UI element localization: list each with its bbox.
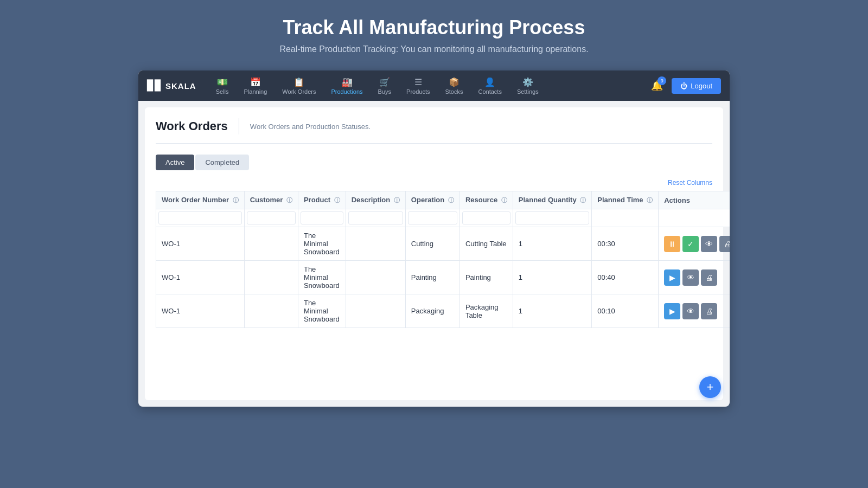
filter-customer[interactable]: [244, 209, 298, 227]
cell-actions-1: ⏸ ✓ 👁 🖨: [659, 227, 730, 261]
nav-label-settings: Settings: [517, 88, 539, 95]
add-fab-button[interactable]: +: [699, 376, 721, 398]
navbar-right: 🔔 9 ⏻ Logout: [649, 78, 721, 94]
nav-items: 💵 Sells 📅 Planning 📋 Work Orders 🏭 Produ…: [209, 74, 649, 98]
cell-customer-2: [244, 261, 298, 294]
table-row: WO-1 The Minimal Snowboard Packaging Pac…: [156, 294, 730, 328]
nav-label-contacts: Contacts: [478, 88, 501, 95]
view-button-2[interactable]: 👁: [682, 269, 699, 286]
work-orders-title: Work Orders: [156, 119, 228, 133]
cell-customer-1: [244, 227, 298, 261]
nav-item-work-orders[interactable]: 📋 Work Orders: [276, 74, 322, 98]
nav-label-work-orders: Work Orders: [282, 88, 316, 95]
nav-label-planning: Planning: [244, 88, 267, 95]
cell-product-1: The Minimal Snowboard: [298, 227, 346, 261]
col-header-planned-quantity: Planned Quantity ⓘ: [513, 191, 592, 209]
complete-button-1[interactable]: ✓: [682, 236, 699, 252]
filter-input-resource[interactable]: [462, 211, 510, 224]
col-header-description: Description ⓘ: [346, 191, 405, 209]
play-button-3[interactable]: ▶: [664, 303, 680, 319]
work-orders-table: Work Order Number ⓘ Customer ⓘ Product ⓘ: [156, 191, 730, 328]
pause-button-1[interactable]: ⏸: [664, 236, 680, 252]
nav-item-productions[interactable]: 🏭 Productions: [324, 74, 369, 98]
nav-label-buys: Buys: [378, 88, 391, 95]
cell-product-2: The Minimal Snowboard: [298, 261, 346, 294]
cell-description-1: [346, 227, 405, 261]
view-button-1[interactable]: 👁: [701, 236, 717, 252]
filter-input-description[interactable]: [348, 211, 403, 224]
settings-icon: ⚙️: [522, 77, 533, 87]
cell-resource-1: Cutting Table: [459, 227, 513, 261]
col-header-product: Product ⓘ: [298, 191, 346, 209]
filter-work-order-number[interactable]: [156, 209, 245, 227]
reset-columns[interactable]: Reset Columns: [156, 179, 712, 187]
info-icon-resource: ⓘ: [501, 197, 507, 203]
sells-icon: 💵: [217, 77, 228, 87]
cell-product-3: The Minimal Snowboard: [298, 294, 346, 328]
cell-operation-1: Cutting: [405, 227, 459, 261]
nav-item-contacts[interactable]: 👤 Contacts: [471, 74, 508, 98]
notification-button[interactable]: 🔔 9: [649, 78, 665, 94]
content-description: Work Orders and Production Statuses.: [250, 123, 371, 131]
filter-input-operation[interactable]: [408, 211, 457, 224]
nav-item-buys[interactable]: 🛒 Buys: [372, 74, 398, 98]
buys-icon: 🛒: [379, 77, 390, 87]
print-button-1[interactable]: 🖨: [719, 236, 730, 252]
cell-planned-time-2: 00:40: [592, 261, 659, 294]
productions-icon: 🏭: [342, 77, 353, 87]
info-icon-planned-time: ⓘ: [647, 197, 653, 203]
filter-actions: [659, 209, 730, 227]
contacts-icon: 👤: [484, 77, 495, 87]
col-label-operation: Operation: [411, 196, 444, 204]
tabs-container: Active Completed: [156, 155, 712, 170]
filter-product[interactable]: [298, 209, 346, 227]
nav-label-productions: Productions: [331, 88, 362, 95]
actions-group-1: ⏸ ✓ 👁 🖨: [664, 236, 730, 252]
play-button-2[interactable]: ▶: [664, 269, 680, 286]
filter-planned-quantity[interactable]: [513, 209, 592, 227]
table-row: WO-1 The Minimal Snowboard Cutting Cutti…: [156, 227, 730, 261]
filter-description[interactable]: [346, 209, 405, 227]
cell-planned-quantity-2: 1: [513, 261, 592, 294]
col-label-description: Description: [352, 196, 391, 204]
tab-active[interactable]: Active: [156, 155, 194, 170]
info-icon-description: ⓘ: [394, 197, 400, 203]
filter-input-planned-quantity[interactable]: [515, 211, 590, 224]
app-container: ▊▊ SKALA 💵 Sells 📅 Planning 📋 Work Order…: [138, 70, 730, 407]
nav-item-planning[interactable]: 📅 Planning: [238, 74, 274, 98]
cell-work-order-number-3: WO-1: [156, 294, 245, 328]
print-button-3[interactable]: 🖨: [701, 303, 717, 319]
nav-item-stocks[interactable]: 📦 Stocks: [438, 74, 469, 98]
brand: ▊▊ SKALA: [147, 80, 196, 92]
filter-input-work-order-number[interactable]: [158, 211, 242, 224]
col-label-customer: Customer: [250, 196, 283, 204]
filter-planned-time[interactable]: [592, 209, 659, 227]
filter-input-customer[interactable]: [247, 211, 296, 224]
filter-operation[interactable]: [405, 209, 459, 227]
planning-icon: 📅: [250, 77, 261, 87]
cell-description-2: [346, 261, 405, 294]
logout-button[interactable]: ⏻ Logout: [672, 78, 721, 94]
table-wrapper: Work Order Number ⓘ Customer ⓘ Product ⓘ: [156, 191, 712, 328]
col-label-resource: Resource: [465, 196, 497, 204]
col-label-planned-quantity: Planned Quantity: [519, 196, 577, 204]
col-header-resource: Resource ⓘ: [459, 191, 513, 209]
nav-label-stocks: Stocks: [445, 88, 463, 95]
page-title: Track All Manufacturing Process: [279, 16, 588, 39]
col-header-work-order-number: Work Order Number ⓘ: [156, 191, 245, 209]
print-button-2[interactable]: 🖨: [701, 269, 717, 286]
col-label-product: Product: [304, 196, 330, 204]
nav-item-sells[interactable]: 💵 Sells: [209, 74, 235, 98]
stocks-icon: 📦: [449, 77, 459, 87]
cell-work-order-number-1: WO-1: [156, 227, 245, 261]
col-header-operation: Operation ⓘ: [405, 191, 459, 209]
col-label-work-order-number: Work Order Number: [162, 196, 229, 204]
nav-item-settings[interactable]: ⚙️ Settings: [510, 74, 545, 98]
view-button-3[interactable]: 👁: [682, 303, 699, 319]
tab-completed[interactable]: Completed: [195, 155, 249, 170]
cell-planned-time-1: 00:30: [592, 227, 659, 261]
cell-work-order-number-2: WO-1: [156, 261, 245, 294]
filter-input-product[interactable]: [301, 211, 343, 224]
nav-item-products[interactable]: ☰ Products: [400, 74, 436, 98]
filter-resource[interactable]: [459, 209, 513, 227]
